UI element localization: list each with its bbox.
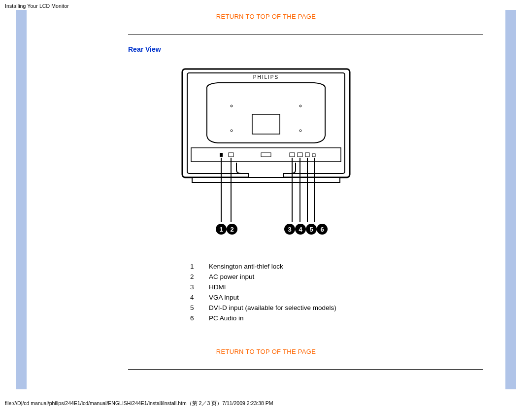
port-number: 1	[187, 261, 209, 272]
svg-text:3: 3	[288, 226, 291, 233]
port-legend-table: 1Kensington anti-thief lock2AC power inp…	[187, 261, 341, 323]
port-number: 2	[187, 272, 209, 282]
port-number: 6	[187, 313, 209, 323]
section-heading-rear-view: Rear View	[128, 45, 502, 53]
horizontal-rule	[128, 369, 483, 370]
svg-rect-7	[191, 148, 341, 162]
right-color-band	[505, 10, 516, 389]
svg-rect-8	[220, 153, 223, 157]
port-row: 4VGA input	[187, 292, 341, 303]
port-row: 1Kensington anti-thief lock	[187, 261, 341, 272]
svg-text:1: 1	[219, 226, 223, 233]
footer-file-path: file:///D|/cd manual/philips/244E1/lcd/m…	[5, 400, 273, 407]
svg-rect-15	[192, 177, 340, 182]
port-number: 4	[187, 292, 209, 303]
return-to-top-link[interactable]: RETURN TO TOP OF THE PAGE	[30, 348, 502, 355]
page-header-title: Installing Your LCD Monitor	[5, 3, 69, 9]
port-label: HDMI	[209, 282, 341, 292]
port-row: 6PC Audio in	[187, 313, 341, 323]
port-label: Kensington anti-thief lock	[209, 261, 341, 272]
port-number: 5	[187, 303, 209, 313]
port-label: VGA input	[209, 292, 341, 303]
return-to-top-link[interactable]: RETURN TO TOP OF THE PAGE	[30, 13, 502, 20]
port-row: 5DVI-D input (available for selective mo…	[187, 303, 341, 313]
svg-text:4: 4	[299, 226, 302, 233]
rear-view-diagram: PHILIPS	[30, 59, 502, 251]
content-area: RETURN TO TOP OF THE PAGE Rear View PHIL…	[30, 10, 502, 391]
left-color-band	[16, 10, 27, 389]
port-label: AC power input	[209, 272, 341, 282]
svg-text:6: 6	[320, 226, 324, 233]
svg-text:5: 5	[309, 226, 313, 233]
svg-text:2: 2	[230, 226, 233, 233]
port-number: 3	[187, 282, 209, 292]
port-row: 2AC power input	[187, 272, 341, 282]
brand-label: PHILIPS	[253, 74, 279, 80]
port-label: DVI-D input (available for selective mod…	[209, 303, 341, 313]
svg-rect-2	[252, 114, 280, 134]
port-label: PC Audio in	[209, 313, 341, 323]
port-row: 3HDMI	[187, 282, 341, 292]
